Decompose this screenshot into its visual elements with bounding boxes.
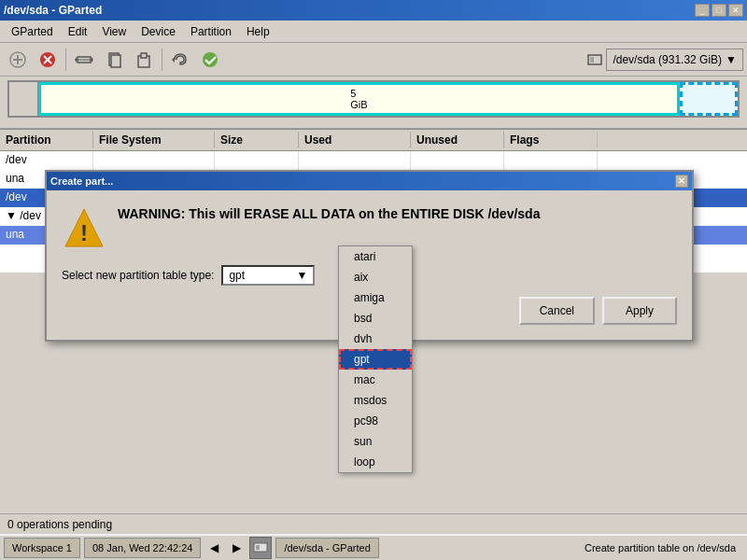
device-label: /dev/sda (931.32 GiB) [613,53,722,66]
menu-partition[interactable]: Partition [183,23,239,40]
device-selector[interactable]: /dev/sda (931.32 GiB) ▼ [587,49,743,71]
cancel-button[interactable]: Cancel [519,297,595,325]
undo-button[interactable] [166,46,194,74]
apply-button[interactable]: Apply [602,297,677,325]
partition-table-header: Partition File System Size Used Unused F… [0,129,747,151]
header-size: Size [215,132,299,148]
resize-button[interactable] [70,46,98,74]
svg-text:!: ! [80,220,88,245]
dialog-warning-row: ! WARNING: This will ERASE ALL DATA on t… [62,205,677,250]
status-text: 0 operations pending [7,518,112,531]
dropdown-item-msdos[interactable]: msdos [339,390,412,411]
disk-partition-fat32: 5GiB [38,82,679,116]
device-dropdown-arrow: ▼ [726,53,737,66]
dialog-title: Create part... [50,175,113,187]
svg-rect-13 [141,53,147,58]
header-unused: Unused [411,132,504,148]
taskbar-icon[interactable] [249,537,272,559]
menu-device[interactable]: Device [134,23,183,40]
minimize-button[interactable]: _ [695,4,710,17]
title-bar: /dev/sda - GParted _ □ ✕ [0,0,747,21]
toolbar: /dev/sda (931.32 GiB) ▼ [0,43,747,77]
disk-visualization: 5GiB [0,77,747,129]
dropdown-item-pc98[interactable]: pc98 [339,411,412,431]
taskbar-prev-btn[interactable]: ◀ [204,539,223,557]
menu-help[interactable]: Help [239,23,277,40]
dropdown-item-dvh[interactable]: dvh [339,329,412,349]
partition-type-dropdown[interactable]: gpt ▼ [221,265,315,286]
header-partition: Partition [0,132,93,148]
partition-type-label: Select new partition table type: [62,269,214,282]
dropdown-item-gpt[interactable]: gpt [339,349,412,370]
cell-partition: /dev [0,151,93,170]
menu-gparted[interactable]: GParted [4,23,61,40]
header-flags: Flags [504,132,598,148]
header-filesystem: File System [93,132,215,148]
svg-point-15 [203,52,218,67]
dialog-close-button[interactable]: ✕ [675,175,688,188]
svg-rect-17 [590,57,594,63]
taskbar-next-btn[interactable]: ▶ [227,539,246,557]
delete-button[interactable] [34,46,62,74]
menu-edit[interactable]: Edit [61,23,95,40]
paste-button[interactable] [130,46,158,74]
dialog-title-bar: Create part... ✕ [47,172,692,190]
partition-type-dropdown-menu: atari aix amiga bsd dvh gpt mac msdos pc… [338,245,413,473]
dropdown-item-atari[interactable]: atari [339,246,412,267]
dropdown-item-sun[interactable]: sun [339,431,412,452]
dropdown-item-bsd[interactable]: bsd [339,308,412,329]
dropdown-item-amiga[interactable]: amiga [339,287,412,308]
menu-view[interactable]: View [94,23,134,40]
disk-partition-unallocated-1 [9,82,38,116]
toolbar-separator-1 [65,49,66,71]
taskbar-notification: Create partition table on /dev/sda [577,540,743,555]
svg-marker-14 [172,57,175,63]
taskbar-workspace[interactable]: Workspace 1 [4,538,80,558]
dropdown-item-aix[interactable]: aix [339,267,412,287]
taskbar: Workspace 1 08 Jan, Wed 22:42:24 ◀ ▶ /de… [0,534,747,560]
taskbar-datetime: 08 Jan, Wed 22:42:24 [84,538,201,558]
disk-bar: 5GiB [7,80,740,118]
dropdown-item-mac[interactable]: mac [339,370,412,390]
copy-button[interactable] [100,46,128,74]
svg-marker-9 [92,57,93,63]
taskbar-app-label[interactable]: /dev/sda - GParted [275,538,378,558]
apply-button[interactable] [196,46,224,74]
disk-partition-selected [680,82,738,116]
new-button[interactable] [4,46,32,74]
close-button[interactable]: ✕ [728,4,743,17]
svg-marker-8 [75,57,77,63]
svg-rect-11 [111,55,120,67]
svg-rect-21 [256,545,260,550]
header-used: Used [299,132,411,148]
menu-bar: GParted Edit View Device Partition Help [0,21,747,43]
maximize-button[interactable]: □ [712,4,726,17]
table-row[interactable]: /dev [0,151,747,170]
window-controls: _ □ ✕ [695,4,743,17]
device-dropdown[interactable]: /dev/sda (931.32 GiB) ▼ [606,49,743,71]
window-title: /dev/sda - GParted [4,4,102,17]
status-bar: 0 operations pending [0,513,747,534]
dialog-warning-text: WARNING: This will ERASE ALL DATA on the… [118,205,540,224]
toolbar-separator-2 [162,49,162,71]
warning-icon: ! [62,205,106,250]
dropdown-item-loop[interactable]: loop [339,452,412,472]
selected-type: gpt [229,269,245,282]
dropdown-arrow-icon: ▼ [297,269,308,282]
